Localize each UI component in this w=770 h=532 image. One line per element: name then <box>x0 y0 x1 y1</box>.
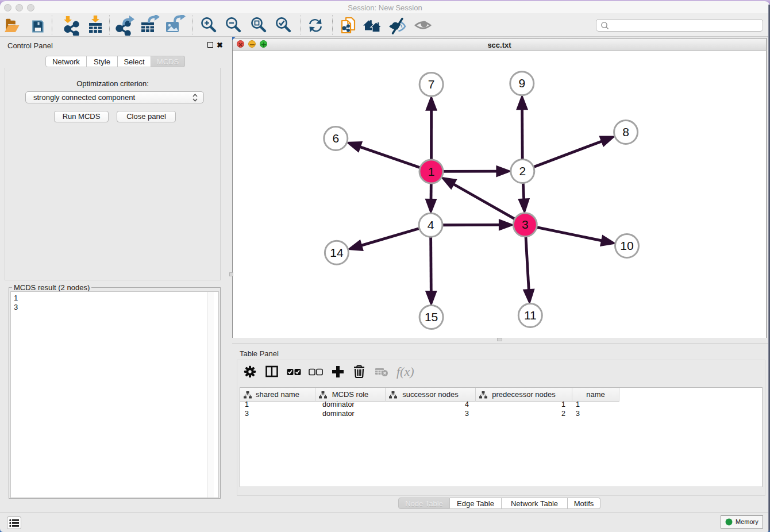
svg-text:3: 3 <box>522 218 529 231</box>
svg-text:1: 1 <box>428 165 435 178</box>
svg-text:2: 2 <box>519 164 526 178</box>
svg-text:4: 4 <box>428 218 434 232</box>
svg-text:8: 8 <box>622 125 629 138</box>
svg-text:10: 10 <box>620 239 633 252</box>
svg-text:11: 11 <box>524 309 537 322</box>
svg-text:15: 15 <box>425 310 438 323</box>
svg-text:7: 7 <box>428 78 435 91</box>
svg-text:9: 9 <box>518 76 525 90</box>
svg-text:6: 6 <box>332 132 339 145</box>
svg-text:14: 14 <box>330 246 344 259</box>
